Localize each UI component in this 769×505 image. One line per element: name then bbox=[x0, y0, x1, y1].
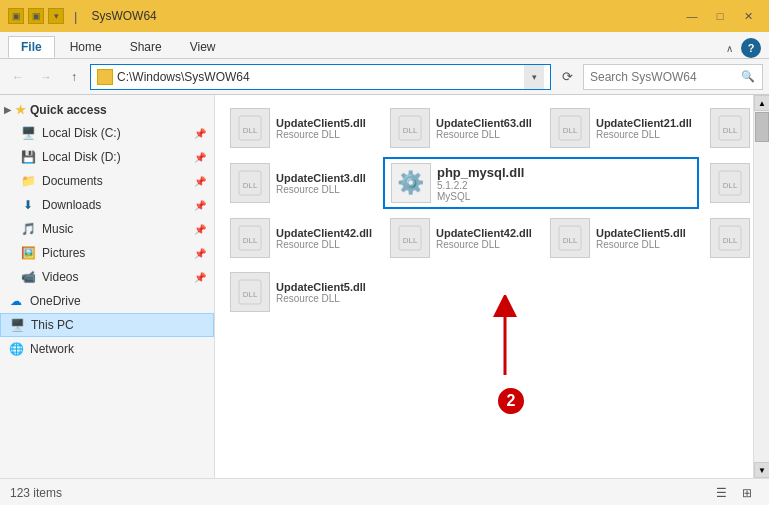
view-controls: ☰ ⊞ bbox=[709, 482, 759, 504]
expand-arrow-quick-access: ▶ bbox=[4, 105, 11, 115]
forward-button[interactable]: → bbox=[34, 65, 58, 89]
tab-view[interactable]: View bbox=[177, 36, 229, 58]
file-thumb-8: DLL bbox=[230, 218, 270, 258]
address-input-wrap[interactable]: C:\Windows\SysWOW64 ▾ bbox=[90, 64, 551, 90]
folder-icon-small-1: ▣ bbox=[8, 8, 24, 24]
sidebar-item-downloads[interactable]: ⬇ Downloads 📌 bbox=[0, 193, 214, 217]
maximize-button[interactable]: □ bbox=[707, 5, 733, 27]
tab-file[interactable]: File bbox=[8, 36, 55, 58]
file-info-12: UpdateClient5.dll Resource DLL bbox=[276, 281, 372, 304]
pin-icon-pictures: 📌 bbox=[194, 248, 206, 259]
title-bar-folder-icons: ▣ ▣ ▾ bbox=[8, 8, 64, 24]
file-type-9: Resource DLL bbox=[436, 239, 532, 250]
network-icon: 🌐 bbox=[8, 341, 24, 357]
sidebar-item-quick-access[interactable]: ▶ ★ Quick access bbox=[0, 99, 214, 121]
file-item-php-mysql[interactable]: ⚙️ php_mysql.dll 5.1.2.2 MySQL bbox=[383, 157, 699, 209]
file-thumb-11: DLL bbox=[710, 218, 750, 258]
pin-icon-music: 📌 bbox=[194, 224, 206, 235]
ribbon: File Home Share View ∧ ? bbox=[0, 32, 769, 59]
file-desc-php-mysql: MySQL bbox=[437, 191, 691, 202]
file-info-8: UpdateClient42.dll Resource DLL bbox=[276, 227, 372, 250]
file-name-10: UpdateClient5.dll bbox=[596, 227, 692, 239]
documents-icon: 📁 bbox=[20, 173, 36, 189]
refresh-button[interactable]: ⟳ bbox=[555, 64, 579, 90]
file-info-1: UpdateClient5.dll Resource DLL bbox=[276, 117, 372, 140]
scroll-thumb[interactable] bbox=[755, 112, 769, 142]
search-icon[interactable]: 🔍 bbox=[740, 68, 756, 86]
close-button[interactable]: ✕ bbox=[735, 5, 761, 27]
list-view-button[interactable]: ☰ bbox=[709, 482, 733, 504]
sidebar-label-documents: Documents bbox=[42, 174, 103, 188]
pin-icon-d: 📌 bbox=[194, 152, 206, 163]
svg-text:DLL: DLL bbox=[723, 181, 738, 190]
pin-icon-downloads: 📌 bbox=[194, 200, 206, 211]
sidebar-item-videos[interactable]: 📹 Videos 📌 bbox=[0, 265, 214, 289]
tab-home[interactable]: Home bbox=[57, 36, 115, 58]
file-item-9[interactable]: DLL UpdateClient42.dll Resource DLL bbox=[383, 213, 539, 263]
file-item-7[interactable]: DLL UpdateClient21.dll Resource DLL bbox=[703, 157, 753, 209]
scroll-up-button[interactable]: ▲ bbox=[754, 95, 769, 111]
file-item-10[interactable]: DLL UpdateClient5.dll Resource DLL bbox=[543, 213, 699, 263]
minimize-button[interactable]: — bbox=[679, 5, 705, 27]
sidebar-item-pictures[interactable]: 🖼️ Pictures 📌 bbox=[0, 241, 214, 265]
file-item-5[interactable]: DLL UpdateClient3.dll Resource DLL bbox=[223, 157, 379, 209]
search-box[interactable]: 🔍 bbox=[583, 64, 763, 90]
vertical-scrollbar[interactable]: ▲ ▼ bbox=[753, 95, 769, 478]
sidebar-label-quick-access: Quick access bbox=[30, 103, 107, 117]
svg-text:DLL: DLL bbox=[723, 236, 738, 245]
sidebar-item-music[interactable]: 🎵 Music 📌 bbox=[0, 217, 214, 241]
back-button[interactable]: ← bbox=[6, 65, 30, 89]
status-bar: 123 items ☰ ⊞ bbox=[0, 478, 769, 505]
scroll-down-button[interactable]: ▼ bbox=[754, 462, 769, 478]
tab-share[interactable]: Share bbox=[117, 36, 175, 58]
sidebar-label-local-disk-d: Local Disk (D:) bbox=[42, 150, 121, 164]
sidebar-item-local-disk-d[interactable]: 💾 Local Disk (D:) 📌 bbox=[0, 145, 214, 169]
sidebar-item-documents[interactable]: 📁 Documents 📌 bbox=[0, 169, 214, 193]
file-name-3: UpdateClient21.dll bbox=[596, 117, 692, 129]
file-info-3: UpdateClient21.dll Resource DLL bbox=[596, 117, 692, 140]
sidebar-label-downloads: Downloads bbox=[42, 198, 101, 212]
sidebar: ▶ ★ Quick access 🖥️ Local Disk (C:) 📌 💾 … bbox=[0, 95, 215, 478]
file-thumb-3: DLL bbox=[550, 108, 590, 148]
file-item-4[interactable]: DLL UpdateClient19.dll Resource DLL bbox=[703, 103, 753, 153]
svg-text:DLL: DLL bbox=[403, 126, 418, 135]
file-name-8: UpdateClient42.dll bbox=[276, 227, 372, 239]
help-button[interactable]: ? bbox=[741, 38, 761, 58]
file-item-8[interactable]: DLL UpdateClient42.dll Resource DLL bbox=[223, 213, 379, 263]
sidebar-label-local-disk-c: Local Disk (C:) bbox=[42, 126, 121, 140]
file-info-2: UpdateClient63.dll Resource DLL bbox=[436, 117, 532, 140]
file-type-3: Resource DLL bbox=[596, 129, 692, 140]
file-thumb-5: DLL bbox=[230, 163, 270, 203]
quick-access-icon: ★ bbox=[15, 103, 26, 117]
up-button[interactable]: ↑ bbox=[62, 65, 86, 89]
file-name-2: UpdateClient63.dll bbox=[436, 117, 532, 129]
sidebar-item-network[interactable]: 🌐 Network bbox=[0, 337, 214, 361]
file-info-php-mysql: php_mysql.dll 5.1.2.2 MySQL bbox=[437, 165, 691, 202]
file-grid: DLL UpdateClient5.dll Resource DLL DLL U… bbox=[223, 103, 745, 317]
sidebar-item-onedrive[interactable]: ☁ OneDrive bbox=[0, 289, 214, 313]
disk-d-icon: 💾 bbox=[20, 149, 36, 165]
file-item-1[interactable]: DLL UpdateClient5.dll Resource DLL bbox=[223, 103, 379, 153]
file-name-php-mysql: php_mysql.dll bbox=[437, 165, 691, 180]
file-item-12[interactable]: DLL UpdateClient5.dll Resource DLL bbox=[223, 267, 379, 317]
address-dropdown-button[interactable]: ▾ bbox=[524, 65, 544, 89]
address-path: C:\Windows\SysWOW64 bbox=[117, 70, 524, 84]
ribbon-expand-icon[interactable]: ∧ bbox=[719, 38, 739, 58]
file-thumb-2: DLL bbox=[390, 108, 430, 148]
file-item-3[interactable]: DLL UpdateClient21.dll Resource DLL bbox=[543, 103, 699, 153]
videos-icon: 📹 bbox=[20, 269, 36, 285]
svg-text:DLL: DLL bbox=[243, 126, 258, 135]
ribbon-tabs: File Home Share View ∧ ? bbox=[0, 32, 769, 58]
scroll-track[interactable] bbox=[754, 111, 769, 462]
detail-view-button[interactable]: ⊞ bbox=[735, 482, 759, 504]
svg-text:DLL: DLL bbox=[243, 236, 258, 245]
sidebar-item-local-disk-c[interactable]: 🖥️ Local Disk (C:) 📌 bbox=[0, 121, 214, 145]
file-item-2[interactable]: DLL UpdateClient63.dll Resource DLL bbox=[383, 103, 539, 153]
pictures-icon: 🖼️ bbox=[20, 245, 36, 261]
sidebar-item-this-pc[interactable]: 🖥️ This PC bbox=[0, 313, 214, 337]
file-area-wrapper: DLL UpdateClient5.dll Resource DLL DLL U… bbox=[215, 95, 769, 478]
file-item-11[interactable]: DLL UpdateClient42.dll Resource DLL bbox=[703, 213, 753, 263]
file-thumb-php-mysql: ⚙️ bbox=[391, 163, 431, 203]
svg-text:DLL: DLL bbox=[723, 126, 738, 135]
search-input[interactable] bbox=[590, 70, 740, 84]
